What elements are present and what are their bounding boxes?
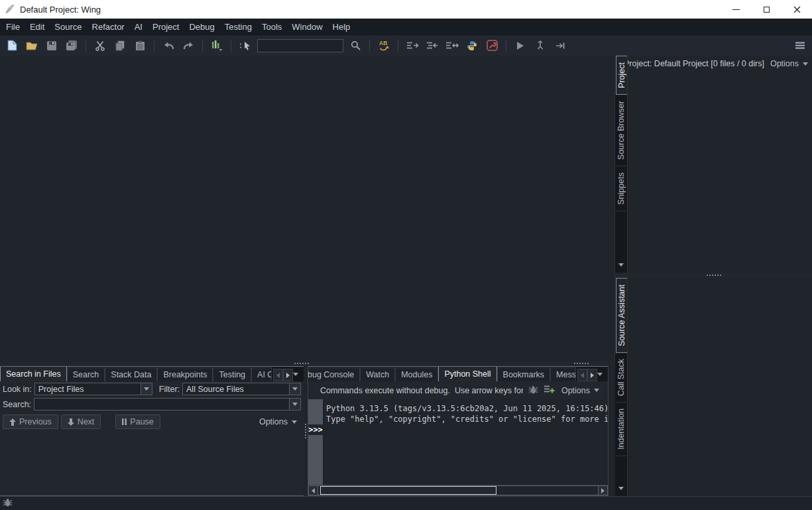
previous-button[interactable]: Previous: [3, 414, 58, 429]
close-button[interactable]: [782, 0, 812, 19]
tab-stack-data[interactable]: Stack Data: [105, 367, 157, 381]
tab-bookmarks[interactable]: Bookmarks: [497, 367, 551, 381]
filter-select[interactable]: All Source Files: [182, 383, 301, 395]
scroll-left-icon[interactable]: [308, 485, 318, 495]
right-top-tabstrip: Project Source Browser Snippets: [615, 56, 627, 273]
minimize-button[interactable]: [721, 0, 751, 19]
shell-status-text: Commands execute without debug. Use arro…: [320, 386, 523, 395]
shell-hscrollbar[interactable]: [308, 485, 608, 495]
paste-icon[interactable]: [132, 38, 148, 54]
copy-icon[interactable]: [112, 38, 128, 54]
undo-icon[interactable]: [160, 38, 176, 54]
look-in-select[interactable]: Project Files: [34, 383, 152, 395]
indent-left-icon[interactable]: [424, 38, 440, 54]
search-input[interactable]: [34, 400, 289, 409]
right-top-tab-dropdown-icon[interactable]: [618, 263, 624, 267]
filter-dropdown-icon[interactable]: [289, 383, 300, 395]
tab-source-browser[interactable]: Source Browser: [616, 95, 626, 166]
menu-window[interactable]: Window: [291, 21, 323, 33]
tab-search-in-files[interactable]: Search in Files: [0, 366, 67, 381]
menu-refactor[interactable]: Refactor: [91, 21, 125, 33]
wing-feather-icon: [0, 4, 20, 15]
select-cursor-icon[interactable]: [237, 38, 253, 54]
replace-icon[interactable]: AB: [376, 38, 392, 54]
tabbar-dropdown-icon[interactable]: [293, 373, 298, 376]
debug-bug-icon[interactable]: [528, 385, 538, 396]
project-panel-header: Project: Default Project [0 files / 0 di…: [628, 56, 812, 72]
tab-debug-console[interactable]: Debug Console: [308, 367, 360, 381]
menu-project[interactable]: Project: [152, 21, 180, 33]
menu-edit[interactable]: Edit: [29, 21, 45, 33]
tab-ai-chat[interactable]: AI Chat: [251, 367, 272, 381]
redo-icon[interactable]: [180, 38, 196, 54]
maximize-button[interactable]: [751, 0, 782, 19]
step-into-icon[interactable]: [552, 38, 568, 54]
search-dropdown-icon[interactable]: [289, 399, 300, 410]
bottom-right-gap: [609, 366, 615, 496]
tab-python-shell[interactable]: Python Shell: [438, 366, 496, 381]
tab-testing[interactable]: Testing: [213, 367, 251, 381]
tab-scroll-left-icon[interactable]: [273, 369, 283, 381]
indent-match-icon[interactable]: [444, 38, 460, 54]
tab-snippets[interactable]: Snippets: [616, 166, 626, 212]
open-file-icon[interactable]: [24, 38, 40, 54]
project-panel-body[interactable]: [628, 72, 812, 273]
new-prompt-icon[interactable]: [544, 385, 555, 396]
shell-tabbar-dropdown-icon[interactable]: [597, 373, 603, 376]
next-button[interactable]: Next: [61, 414, 101, 429]
status-bug-icon[interactable]: [3, 498, 13, 509]
shell-output-area[interactable]: >>> Python 3.13.5 (tags/v3.13.5:6cb20a2,…: [308, 399, 608, 485]
tab-project-panel[interactable]: Project: [616, 56, 627, 95]
right-horizontal-splitter[interactable]: [615, 273, 812, 278]
look-in-dropdown-icon[interactable]: [141, 383, 152, 395]
source-assistant-body[interactable]: [628, 278, 812, 496]
menu-debug[interactable]: Debug: [188, 21, 215, 33]
run-icon[interactable]: [512, 38, 528, 54]
tab-indentation[interactable]: Indentation: [616, 403, 626, 456]
toolbar: AB: [0, 34, 812, 56]
shell-tab-scroll-right-icon[interactable]: [587, 369, 597, 381]
find-icon[interactable]: [347, 38, 363, 54]
python-shell-panel: Debug Console Watch Modules Python Shell…: [308, 366, 609, 496]
tab-modules[interactable]: Modules: [395, 367, 438, 381]
menu-testing[interactable]: Testing: [224, 21, 253, 33]
profile-icon[interactable]: [209, 38, 225, 54]
status-bar: [0, 496, 812, 510]
search-panel-tabbar: Search in Files Search Stack Data Breakp…: [0, 366, 304, 381]
tab-breakpoints[interactable]: Breakpoints: [157, 367, 213, 381]
menu-source[interactable]: Source: [54, 21, 82, 33]
scrollbar-thumb[interactable]: [320, 486, 496, 495]
panel-menu-icon[interactable]: [792, 38, 808, 54]
save-icon[interactable]: [44, 38, 60, 54]
save-all-icon[interactable]: [64, 38, 80, 54]
toolbar-search-input[interactable]: [257, 39, 343, 52]
shell-options-button[interactable]: Options: [561, 386, 603, 395]
search-field[interactable]: [34, 398, 301, 411]
pause-button[interactable]: Pause: [115, 414, 160, 429]
python-icon[interactable]: [464, 38, 480, 54]
tab-call-stack[interactable]: Call Stack: [616, 353, 626, 403]
shell-tab-scroll-left-icon[interactable]: [577, 369, 587, 381]
right-bottom-tab-dropdown-icon[interactable]: [618, 487, 624, 490]
menu-ai[interactable]: AI: [134, 21, 143, 33]
scrollbar-track[interactable]: [318, 485, 598, 495]
debug-config-icon[interactable]: [484, 38, 500, 54]
tab-watch[interactable]: Watch: [360, 367, 395, 381]
project-options-button[interactable]: Options: [770, 59, 808, 68]
search-options-button[interactable]: Options: [259, 417, 301, 426]
new-file-icon[interactable]: [4, 38, 20, 54]
indent-right-icon[interactable]: [404, 38, 420, 54]
debug-attach-icon[interactable]: [532, 38, 548, 54]
menu-help[interactable]: Help: [332, 21, 351, 33]
cut-icon[interactable]: [92, 38, 108, 54]
menu-tools[interactable]: Tools: [261, 21, 282, 33]
editor-area[interactable]: [0, 56, 615, 361]
tab-messages[interactable]: Messages: [550, 367, 576, 381]
scroll-right-icon[interactable]: [598, 485, 608, 495]
tab-search[interactable]: Search: [67, 367, 105, 381]
tab-source-assistant[interactable]: Source Assistant: [616, 278, 627, 353]
horizontal-splitter[interactable]: [0, 361, 615, 366]
menu-file[interactable]: File: [5, 21, 21, 33]
shell-line-2: Type "help", "copyright", "credits" or "…: [326, 414, 608, 424]
tab-scroll-right-icon[interactable]: [283, 369, 293, 381]
